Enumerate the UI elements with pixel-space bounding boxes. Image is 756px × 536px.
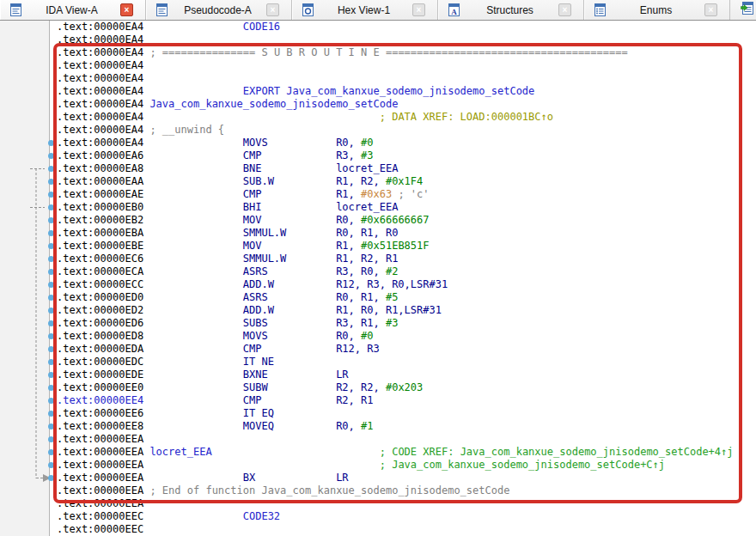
code-seg-ins: IT EQ [243, 407, 274, 419]
code-line[interactable]: .text:00000EEA ; End of function Java_co… [51, 484, 756, 497]
address: .text:00000EA6 [57, 149, 143, 161]
code-line[interactable]: .text:00000EA4 MOVS R0, #0 [51, 137, 756, 149]
tab-label: IDA View-A [23, 4, 120, 16]
close-icon[interactable]: × [704, 3, 717, 16]
code-line[interactable]: .text:00000EEA BX LR [51, 472, 756, 484]
code-seg-imm: #0x203 [386, 381, 423, 393]
spacer [268, 137, 336, 149]
instruction-dot [48, 411, 54, 417]
code-line[interactable]: .text:00000EE4 CMP R2, R1 [51, 394, 756, 407]
tab-partial[interactable] [730, 0, 756, 20]
tab-structures[interactable]: AStructures× [438, 0, 584, 20]
code-seg-imm: #0x1F4 [386, 175, 423, 187]
tab-pseudocode-a[interactable]: Pseudocode-A× [146, 0, 292, 20]
code-line[interactable]: .text:00000ED2 ADD.W R1, R0, R1,LSR#31 [51, 304, 756, 317]
code-line[interactable]: .text:00000EA4 CODE16 [51, 21, 756, 34]
tab-enums[interactable]: Enums× [584, 0, 730, 20]
instruction-dot [48, 436, 54, 442]
code-seg-ins: R1, R2, R1 [336, 253, 398, 265]
code-line[interactable]: .text:00000ED6 SUBS R3, R1, #3 [51, 317, 756, 330]
close-icon[interactable]: × [266, 3, 279, 16]
code-line[interactable]: .text:00000EA4 Java_com_kanxue_sodemo_jn… [51, 98, 756, 111]
code-seg-ins: R1, [336, 240, 361, 252]
spacer [143, 21, 243, 33]
code-seg-name: EXPORT Java_com_kanxue_sodemo_jnisodemo_… [243, 85, 535, 97]
code-seg-ins: R0, R1, R0 [336, 227, 398, 239]
code-line[interactable]: .text:00000EC6 SMMUL.W R1, R2, R1 [51, 253, 756, 265]
code-line[interactable]: .text:00000EEA [51, 433, 756, 446]
spacer [143, 149, 243, 161]
instruction-dot [48, 295, 54, 301]
instruction-dot [48, 140, 54, 146]
tab-bar: IDA View-A×Pseudocode-A×Hex View-1×AStru… [0, 0, 756, 21]
spacer [261, 201, 336, 213]
code-seg-cx: ; Java_com_kanxue_sodemo_jnisodemo_setCo… [380, 459, 665, 471]
address: .text:00000ED0 [57, 291, 143, 303]
code-seg-imm: #0 [361, 137, 373, 149]
code-line[interactable]: .text:00000ED0 ASRS R0, R1, #5 [51, 291, 756, 304]
instruction-dot [48, 475, 54, 481]
code-line[interactable]: .text:00000EE6 IT EQ [51, 407, 756, 420]
tab-ida-view-a[interactable]: IDA View-A× [0, 0, 146, 20]
code-line[interactable]: .text:00000EAA SUB.W R1, R2, #0x1F4 [51, 175, 756, 188]
spacer [268, 265, 336, 277]
code-seg-ins: BX [243, 472, 255, 484]
code-line[interactable]: .text:00000EBE MOV R1, #0x51EB851F [51, 240, 756, 253]
code-line[interactable]: .text:00000EB0 BHI locret_EEA [51, 201, 756, 214]
close-icon[interactable]: × [120, 3, 133, 16]
code-line[interactable]: .text:00000EDE BXNE LR [51, 368, 756, 381]
code-seg-ins: R1, R2, [336, 175, 386, 187]
spacer [143, 188, 243, 200]
spacer [143, 227, 243, 239]
code-line[interactable]: .text:00000ECA ASRS R3, R0, #2 [51, 265, 756, 278]
spacer [268, 381, 336, 393]
code-line[interactable]: .text:00000EEC CODE32 [51, 510, 756, 523]
code-line[interactable]: .text:00000EE0 SUBW R2, R2, #0x203 [51, 381, 756, 394]
code-seg-imm: #5 [386, 291, 398, 303]
close-icon[interactable]: × [412, 3, 425, 16]
code-seg-imm: #3 [361, 149, 373, 161]
code-seg-imm: #2 [386, 265, 398, 277]
address: .text:00000EE0 [57, 381, 143, 393]
code-line[interactable]: .text:00000EA4 [51, 72, 756, 85]
code-line[interactable]: .text:00000EA4 ; =============== S U B R… [51, 46, 756, 59]
code-seg-ins: R0, [336, 214, 361, 226]
code-line[interactable]: .text:00000EBA SMMUL.W R0, R1, R0 [51, 227, 756, 240]
code-line[interactable]: .text:00000EA4 EXPORT Java_com_kanxue_so… [51, 85, 756, 98]
code-seg-hl: #0x63 [361, 188, 392, 200]
code-line[interactable]: .text:00000EAE CMP R1, #0x63 ; 'c' [51, 188, 756, 201]
code-seg-ins: R3, R1, [336, 317, 386, 329]
code-line[interactable]: .text:00000EA4 ; DATA XREF: LOAD:000001B… [51, 111, 756, 124]
spacer [143, 459, 380, 471]
code-line[interactable]: .text:00000EEA [51, 497, 756, 510]
code-line[interactable]: .text:00000EEA locret_EEA ; CODE XREF: J… [51, 446, 756, 459]
code-line[interactable]: .text:00000EB2 MOV R0, #0x66666667 [51, 214, 756, 227]
code-line[interactable]: .text:00000ED8 MOVS R0, #0 [51, 330, 756, 343]
address: .text:00000EA8 [57, 162, 143, 174]
disassembly-listing[interactable]: .text:00000EA4 CODE16.text:00000EA4.text… [51, 21, 756, 536]
code-line[interactable]: .text:00000EA8 BNE locret_EEA [51, 162, 756, 175]
code-seg-ins: CMP [243, 394, 262, 406]
spacer [143, 317, 243, 329]
code-line[interactable]: .text:00000EEA ; Java_com_kanxue_sodemo_… [51, 459, 756, 472]
address: .text:00000EEA [57, 484, 143, 496]
code-line[interactable]: .text:00000EDA CMP R12, R3 [51, 343, 756, 356]
spacer [143, 175, 243, 187]
code-seg-ins: LR [336, 472, 348, 484]
instruction-dot [48, 256, 54, 262]
code-seg-cx: ; CODE XREF: Java_com_kanxue_sodemo_jnis… [380, 446, 734, 458]
instruction-dot [48, 282, 54, 288]
close-icon[interactable]: × [558, 3, 571, 16]
code-line[interactable]: .text:00000EA6 CMP R3, #3 [51, 149, 756, 162]
code-line[interactable]: .text:00000EA4 [51, 34, 756, 46]
code-line[interactable]: .text:00000EA4 [51, 59, 756, 72]
code-line[interactable]: .text:00000EA4 ; __unwind { [51, 124, 756, 137]
code-line[interactable]: .text:00000ECC ADD.W R12, R3, R0,LSR#31 [51, 278, 756, 291]
spacer [143, 407, 243, 419]
instruction-dot [48, 243, 54, 249]
tab-hex-view-1[interactable]: Hex View-1× [292, 0, 438, 20]
code-line[interactable]: .text:00000EE8 MOVEQ R0, #1 [51, 420, 756, 433]
code-line[interactable]: .text:00000EDC IT NE [51, 356, 756, 368]
code-line[interactable]: .text:00000EEC [51, 523, 756, 536]
code-seg-name: locret_EEA [149, 446, 211, 458]
